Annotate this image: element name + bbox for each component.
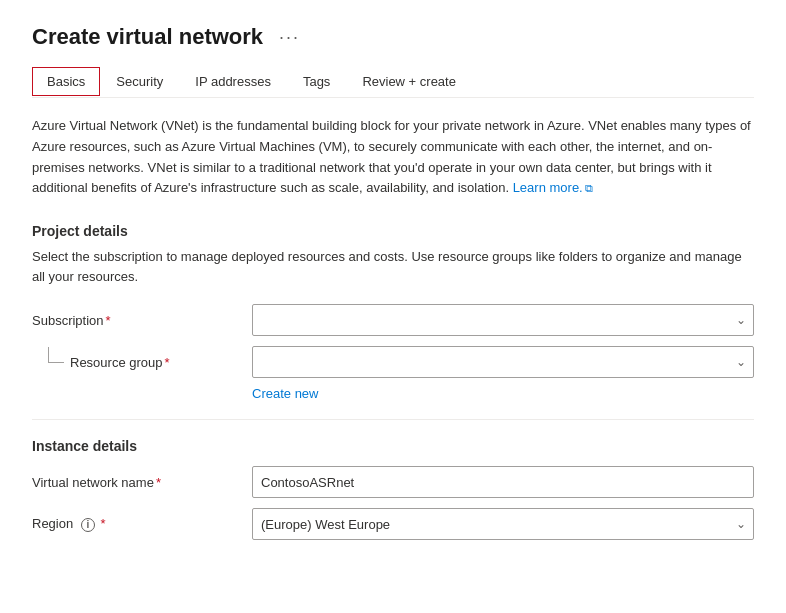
subscription-select-wrapper: ⌄ — [252, 304, 754, 336]
project-details-description: Select the subscription to manage deploy… — [32, 247, 754, 286]
external-link-icon: ⧉ — [585, 182, 593, 194]
ellipsis-button[interactable]: ··· — [273, 25, 306, 50]
subscription-row: Subscription* ⌄ — [32, 304, 754, 336]
learn-more-link[interactable]: Learn more.⧉ — [513, 180, 593, 195]
region-label: Region i * — [32, 516, 252, 532]
region-select[interactable]: (Europe) West Europe — [252, 508, 754, 540]
resource-group-label: Resource group* — [70, 355, 252, 370]
tab-security[interactable]: Security — [100, 66, 179, 97]
project-details-title: Project details — [32, 223, 754, 239]
tab-basics[interactable]: Basics — [32, 67, 100, 96]
tab-bar: Basics Security IP addresses Tags Review… — [32, 66, 754, 98]
vnet-name-input[interactable] — [252, 466, 754, 498]
create-new-link[interactable]: Create new — [252, 386, 318, 401]
region-select-wrapper: (Europe) West Europe ⌄ — [252, 508, 754, 540]
tab-tags[interactable]: Tags — [287, 66, 346, 97]
vnet-name-row: Virtual network name* — [32, 466, 754, 498]
tab-review-create[interactable]: Review + create — [346, 66, 472, 97]
resource-group-required: * — [165, 355, 170, 370]
instance-details-title: Instance details — [32, 438, 754, 454]
tab-ip-addresses[interactable]: IP addresses — [179, 66, 287, 97]
subscription-label: Subscription* — [32, 313, 252, 328]
description-text: Azure Virtual Network (VNet) is the fund… — [32, 116, 754, 199]
rg-corner-decoration — [48, 347, 64, 363]
page-title: Create virtual network — [32, 24, 263, 50]
vnet-name-label: Virtual network name* — [32, 475, 252, 490]
region-info-icon[interactable]: i — [81, 518, 95, 532]
resource-group-select[interactable] — [252, 346, 754, 378]
resource-group-select-wrapper: ⌄ — [252, 346, 754, 378]
region-required: * — [100, 516, 105, 531]
resource-group-indent: Resource group* — [32, 355, 252, 370]
subscription-required: * — [106, 313, 111, 328]
resource-group-row: Resource group* ⌄ — [32, 346, 754, 378]
section-divider — [32, 419, 754, 420]
region-row: Region i * (Europe) West Europe ⌄ — [32, 508, 754, 540]
subscription-select[interactable] — [252, 304, 754, 336]
vnet-name-required: * — [156, 475, 161, 490]
